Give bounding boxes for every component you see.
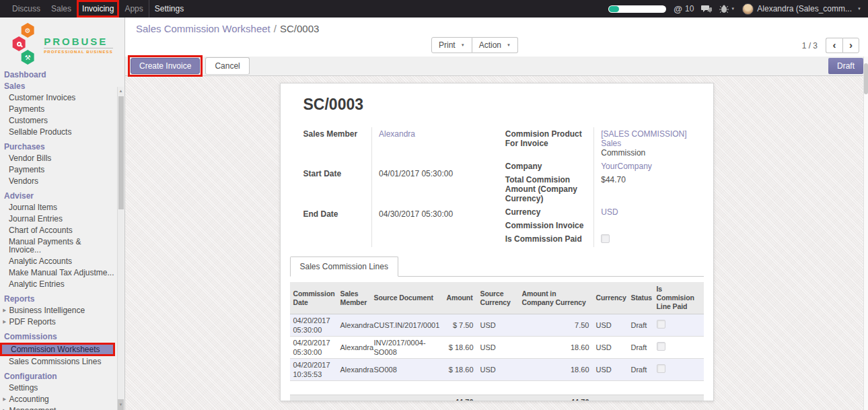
sidebar-item-payments-purchases[interactable]: Payments [0, 164, 117, 176]
sidebar-item-journal-entries[interactable]: Journal Entries [0, 213, 117, 225]
cell-currency: USD [593, 359, 628, 381]
line-paid-checkbox[interactable] [657, 364, 665, 373]
sidebar-item-settings[interactable]: Settings [0, 382, 117, 394]
odoo-app-window: Discuss Sales Invoicing Apps Settings @ … [0, 0, 868, 410]
table-row[interactable]: 04/20/2017 10:35:53 Alexandra SO008 $ 18… [290, 359, 704, 381]
timer-progress-pill[interactable] [608, 5, 666, 13]
sidebar-item-sales-commissions-lines[interactable]: Sales Commissions Lines [0, 356, 117, 368]
next-record-button[interactable]: › [842, 38, 859, 53]
cell-amount: $ 7.50 [443, 314, 477, 337]
breadcrumb-parent-link[interactable]: Sales Commission Worksheet [136, 23, 270, 34]
debug-bug-icon[interactable]: ▼ [719, 5, 735, 13]
expand-arrow-icon: ▶ [3, 318, 6, 326]
table-row[interactable]: 04/20/2017 05:30:00 Alexandra CUST.IN/20… [290, 314, 704, 337]
is-commission-paid-checkbox[interactable] [601, 234, 610, 243]
sidebar-menu: Dashboard Sales Customer Invoices Paymen… [0, 67, 117, 410]
company-value[interactable]: YourCompany [601, 162, 652, 171]
header-status[interactable]: Status [628, 282, 653, 314]
sidebar-section-configuration[interactable]: Configuration [0, 371, 117, 382]
sidebar-item-chart-of-accounts[interactable]: Chart of Accounts [0, 225, 117, 236]
page-scrollbar[interactable] [863, 57, 868, 410]
scroll-down-icon[interactable]: ▼ [118, 399, 124, 410]
totals-empty [653, 395, 704, 402]
action-button[interactable]: Action▼ [472, 37, 518, 53]
cell-document: CUST.IN/2017/0001 [371, 314, 443, 337]
mentions-counter[interactable]: @ 10 [674, 4, 694, 14]
totals-empty [337, 395, 371, 402]
sidebar-item-journal-items[interactable]: Journal Items [0, 202, 117, 213]
header-source-currency[interactable]: Source Currency [477, 282, 519, 314]
sidebar-scrollbar-thumb[interactable] [118, 96, 124, 209]
scroll-up-icon[interactable]: ▲ [118, 87, 124, 95]
sidebar-item-manual-payments-invoice[interactable]: Manual Payments & Invoice... [0, 236, 117, 256]
tab-sales-commission-lines[interactable]: Sales Commission Lines [290, 257, 398, 277]
sidebar-item-sellable-products[interactable]: Sellable Products [0, 127, 117, 138]
sidebar-item-analytic-accounts[interactable]: Analytic Accounts [0, 256, 117, 267]
sidebar-item-make-manual-tax-adjustment[interactable]: Make Manual Tax Adjustme... [0, 267, 117, 279]
company-label: Company [505, 160, 594, 173]
sales-member-value[interactable]: Alexandra [379, 129, 415, 139]
logo-magnifier-hexagon-icon [11, 36, 26, 51]
header-sales-member[interactable]: Sales Member [337, 282, 371, 314]
sidebar-section-sales[interactable]: Sales [0, 81, 117, 92]
cell-amount-company: 18.60 [519, 337, 593, 359]
sidebar-section-commissions[interactable]: Commissions [0, 331, 117, 343]
sidebar-item-management[interactable]: ▶Management [0, 405, 117, 410]
sidebar-item-pdf-reports[interactable]: ▶PDF Reports [0, 316, 117, 328]
menu-apps[interactable]: Apps [119, 0, 148, 18]
sidebar-item-customers[interactable]: Customers [0, 115, 117, 127]
start-date-value: 04/01/2017 05:30:00 [372, 167, 493, 207]
logo-title: PROBUSE [44, 36, 113, 48]
sidebar-section-reports[interactable]: Reports [0, 294, 117, 305]
print-button[interactable]: Print▼ [431, 37, 472, 53]
sidebar-item-business-intelligence[interactable]: ▶Business Intelligence [0, 305, 117, 316]
line-paid-checkbox[interactable] [657, 342, 665, 351]
previous-record-button[interactable]: ‹ [826, 38, 842, 53]
create-invoice-button[interactable]: Create Invoice [131, 58, 200, 74]
cell-date: 04/20/2017 05:30:00 [290, 314, 337, 337]
sidebar-item-customer-invoices[interactable]: Customer Invoices [0, 92, 117, 104]
header-amount-company-currency[interactable]: Amount in Company Currency [519, 282, 593, 314]
sidebar-item-analytic-entries[interactable]: Analytic Entries [0, 279, 117, 290]
header-amount[interactable]: Amount [443, 282, 477, 314]
cell-source-currency: USD [477, 359, 519, 381]
control-panel: Print▼ Action▼ 1 / 3 ‹ › [125, 36, 868, 57]
status-badge-draft[interactable]: Draft [828, 58, 863, 74]
messages-icon[interactable] [701, 5, 712, 13]
line-paid-checkbox[interactable] [657, 320, 665, 329]
end-date-value: 04/30/2017 05:30:00 [372, 207, 493, 247]
left-field-group: Sales Member Alexandra Start Date 04/01/… [303, 127, 493, 247]
pager-buttons: ‹ › [826, 38, 859, 53]
header-commission-date[interactable]: Commission Date [290, 282, 337, 314]
logo-text: PROBUSE PROFESSIONAL BUSINESS [44, 36, 113, 54]
cell-source-currency: USD [477, 337, 519, 359]
sidebar-item-vendor-bills[interactable]: Vendor Bills [0, 153, 117, 164]
cell-document: SO008 [371, 359, 443, 381]
page-scrollbar-thumb[interactable] [864, 63, 868, 94]
table-row[interactable]: 04/20/2017 05:30:00 Alexandra INV/2017/0… [290, 337, 704, 359]
expand-arrow-icon: ▶ [3, 407, 6, 410]
sidebar-item-accounting[interactable]: ▶Accounting [0, 394, 117, 405]
user-menu[interactable]: Alexandra (Sales_comm... ▼ [742, 3, 861, 15]
menu-invoicing[interactable]: Invoicing [77, 0, 119, 18]
end-date-label: End Date [303, 207, 372, 247]
header-currency[interactable]: Currency [593, 282, 628, 314]
menu-sales[interactable]: Sales [46, 0, 77, 18]
totals-amount-company: 44.70 [519, 395, 593, 402]
cell-source-currency: USD [477, 314, 519, 337]
sidebar-scrollbar[interactable]: ▲ ▼ [117, 87, 124, 410]
menu-discuss[interactable]: Discuss [7, 0, 46, 18]
sidebar-item-commission-worksheets[interactable]: Commission Worksheets [0, 343, 115, 356]
sidebar-item-payments-sales[interactable]: Payments [0, 104, 117, 115]
sidebar-section-dashboard[interactable]: Dashboard [0, 69, 117, 81]
menu-settings[interactable]: Settings [149, 0, 189, 18]
action-caret-icon: ▼ [507, 43, 511, 47]
header-is-commission-line-paid[interactable]: Is Commision Line Paid [653, 282, 704, 314]
sidebar-section-adviser[interactable]: Adviser [0, 191, 117, 202]
sidebar-section-purchases[interactable]: Purchases [0, 141, 117, 153]
sidebar-item-vendors[interactable]: Vendors [0, 176, 117, 187]
cancel-button[interactable]: Cancel [205, 57, 249, 75]
currency-value[interactable]: USD [601, 207, 618, 217]
commission-product-value-link[interactable]: [SALES COMMISSION] Sales [601, 129, 686, 148]
header-source-document[interactable]: Source Document [371, 282, 443, 314]
